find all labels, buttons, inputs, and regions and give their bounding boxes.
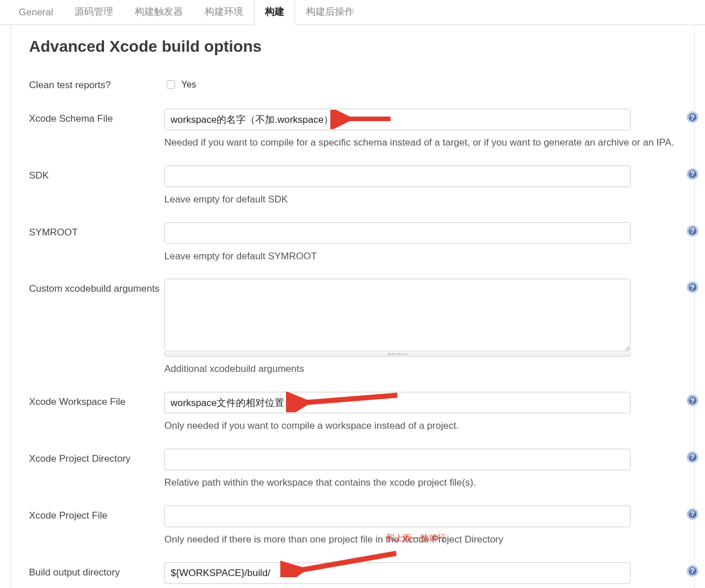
input-project-dir[interactable] — [164, 449, 631, 470]
section-title: Advanced Xcode build options — [29, 38, 678, 56]
tab-build[interactable]: 构建 — [254, 0, 295, 25]
hint-project-file: Only needed if there is more than one pr… — [164, 533, 678, 546]
label-custom-args: Custom xcodebuild arguments — [29, 279, 164, 295]
label-build-output-dir: Build output directory — [29, 562, 164, 578]
label-symroot: SYMROOT — [29, 222, 164, 238]
input-project-file[interactable] — [164, 506, 631, 527]
label-project-dir: Xcode Project Directory — [29, 449, 164, 465]
hint-sdk: Leave empty for default SDK — [164, 193, 678, 206]
hint-custom-args: Additional xcodebuild arguments — [164, 362, 678, 376]
label-sdk: SDK — [29, 165, 164, 181]
hint-workspace-file: Only needed if you want to compile a wor… — [164, 419, 678, 433]
advanced-xcode-section: Advanced Xcode build options Clean test … — [10, 25, 695, 588]
help-icon[interactable]: ? — [687, 395, 698, 405]
input-schema-file[interactable] — [164, 109, 631, 130]
checkbox-clean-test-reports[interactable] — [167, 80, 175, 89]
label-workspace-file: Xcode Workspace File — [29, 392, 164, 408]
textarea-custom-args[interactable] — [164, 279, 631, 351]
label-clean-test-reports: Clean test reports? — [29, 75, 164, 91]
tab-general[interactable]: General — [8, 1, 64, 25]
tab-post-build[interactable]: 构建后操作 — [295, 0, 365, 25]
input-workspace-file[interactable] — [164, 392, 631, 413]
tab-source-control[interactable]: 源码管理 — [64, 0, 124, 25]
config-tabbar: General 源码管理 构建触发器 构建环境 构建 构建后操作 — [0, 0, 705, 25]
help-icon[interactable]: ? — [687, 282, 698, 292]
help-icon[interactable]: ? — [687, 112, 698, 122]
input-sdk[interactable] — [164, 165, 631, 187]
help-icon[interactable]: ? — [687, 566, 698, 576]
input-build-output-dir[interactable] — [164, 562, 631, 584]
hint-symroot: Leave empty for default SYMROOT — [164, 250, 678, 263]
textarea-resize-handle[interactable] — [164, 352, 631, 357]
help-icon[interactable]: ? — [687, 509, 698, 519]
input-symroot[interactable] — [164, 222, 631, 244]
hint-schema-file: Needed if you want to compile for a spec… — [164, 136, 678, 150]
checkbox-clean-test-reports-text: Yes — [181, 80, 196, 90]
tab-build-triggers[interactable]: 构建触发器 — [124, 0, 194, 25]
help-icon[interactable]: ? — [687, 452, 698, 462]
help-icon[interactable]: ? — [687, 169, 698, 179]
tab-build-env[interactable]: 构建环境 — [194, 0, 254, 25]
help-icon[interactable]: ? — [687, 226, 698, 236]
hint-project-dir: Relative path within the workspace that … — [164, 476, 678, 490]
label-project-file: Xcode Project File — [29, 506, 164, 521]
label-schema-file: Xcode Schema File — [29, 109, 164, 125]
